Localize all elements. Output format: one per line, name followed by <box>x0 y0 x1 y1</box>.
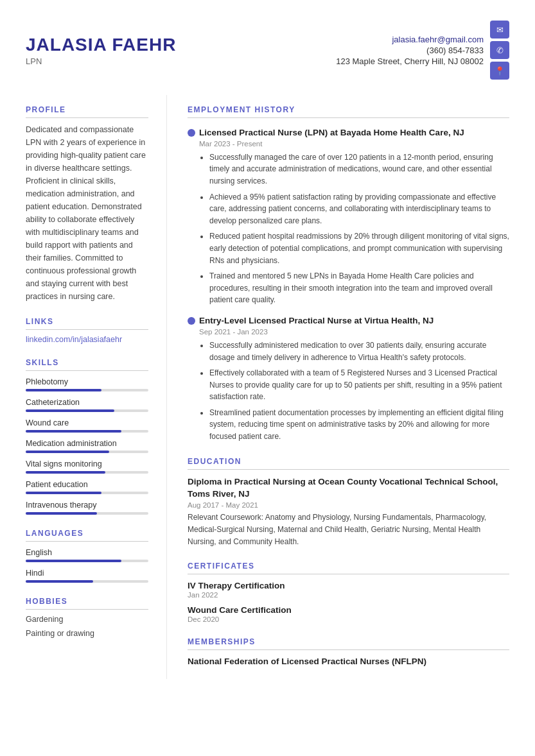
job-dot <box>188 317 195 325</box>
hobbies-section-title: HOBBIES <box>26 597 148 610</box>
education-entry: Diploma in Practical Nursing at Ocean Co… <box>188 476 509 548</box>
skill-name: Patient education <box>26 480 148 489</box>
certificates-section-title: CERTIFICATES <box>188 562 509 574</box>
employment-section-title: EMPLOYMENT HISTORY <box>188 105 509 118</box>
cert-title: IV Therapy Certification <box>188 581 509 590</box>
email-icon: ✉ <box>490 21 509 39</box>
skills-list: Phlebotomy Catheterization Wound care Me… <box>26 377 148 515</box>
bullet-item: Trained and mentored 5 new LPNs in Bayad… <box>209 270 509 306</box>
skill-bar-fill <box>26 492 101 494</box>
edu-title: Diploma in Practical Nursing at Ocean Co… <box>188 476 509 501</box>
bullet-item: Effectively collaborated with a team of … <box>209 367 509 403</box>
skill-bar-background <box>26 451 148 453</box>
languages-section-title: LANGUAGES <box>26 529 148 542</box>
skill-name: Intravenous therapy <box>26 501 148 510</box>
linkedin-link[interactable]: linkedin.com/in/jalasiafaehr <box>26 335 148 344</box>
memberships-section-title: MEMBERSHIPS <box>188 637 509 650</box>
skill-name: Phlebotomy <box>26 377 148 386</box>
language-item: Hindi <box>26 569 148 583</box>
skill-item: Catheterization <box>26 398 148 412</box>
language-name: Hindi <box>26 569 148 578</box>
language-bar-fill <box>26 580 93 583</box>
main-content: PROFILE Dedicated and compassionate LPN … <box>0 95 535 705</box>
cert-title: Wound Care Certification <box>188 605 509 615</box>
cert-date: Jan 2022 <box>188 591 509 599</box>
cert-date: Dec 2020 <box>188 615 509 623</box>
right-column: EMPLOYMENT HISTORY Licensed Practical Nu… <box>167 95 535 679</box>
candidate-name: JALASIA FAEHR <box>26 35 176 55</box>
hobbies-list: GardeningPainting or drawing <box>26 615 148 638</box>
job-date: Sep 2021 - Jan 2023 <box>199 328 509 336</box>
job-entry: Entry-Level Licensed Practical Nurse at … <box>188 315 509 443</box>
education-list: Diploma in Practical Nursing at Ocean Co… <box>188 476 509 548</box>
header: JALASIA FAEHR LPN jalasia.faehr@gmail.co… <box>0 0 535 95</box>
member-title: National Federation of Licensed Practica… <box>188 657 509 666</box>
languages-list: English Hindi <box>26 548 148 583</box>
skill-item: Intravenous therapy <box>26 501 148 515</box>
skill-bar-background <box>26 492 148 494</box>
skills-section-title: SKILLS <box>26 358 148 371</box>
skill-bar-fill <box>26 471 105 474</box>
language-name: English <box>26 548 148 557</box>
skill-name: Wound care <box>26 418 148 427</box>
candidate-title: LPN <box>26 56 176 66</box>
hobby-item: Gardening <box>26 615 148 624</box>
skill-bar-fill <box>26 389 101 391</box>
language-bar-fill <box>26 560 121 562</box>
links-section: linkedin.com/in/jalasiafaehr <box>26 335 148 344</box>
phone-number: (360) 854-7833 <box>336 46 484 55</box>
email-link[interactable]: jalasia.faehr@gmail.com <box>392 35 484 44</box>
employment-list: Licensed Practical Nurse (LPN) at Bayada… <box>188 127 509 443</box>
skill-bar-background <box>26 409 148 412</box>
job-entry: Licensed Practical Nurse (LPN) at Bayada… <box>188 127 509 306</box>
edu-date: Aug 2017 - May 2021 <box>188 501 509 509</box>
bullet-item: Successfully administered medication to … <box>209 339 509 363</box>
header-right: jalasia.faehr@gmail.com (360) 854-7833 1… <box>336 21 509 80</box>
skill-bar-background <box>26 389 148 391</box>
hobby-item: Painting or drawing <box>26 629 148 638</box>
skill-name: Vital signs monitoring <box>26 460 148 468</box>
certificate-entry: IV Therapy Certification Jan 2022 <box>188 581 509 599</box>
contact-icons: ✉ ✆ 📍 <box>490 21 509 80</box>
job-title: Entry-Level Licensed Practical Nurse at … <box>199 315 509 327</box>
profile-section-title: PROFILE <box>26 105 148 118</box>
bullet-item: Streamlined patient documentation proces… <box>209 407 509 443</box>
left-column: PROFILE Dedicated and compassionate LPN … <box>0 95 167 679</box>
links-section-title: LINKS <box>26 317 148 330</box>
location-icon: 📍 <box>490 62 509 80</box>
education-section-title: EDUCATION <box>188 457 509 470</box>
skill-bar-background <box>26 471 148 474</box>
bullet-item: Achieved a 95% patient satisfaction rati… <box>209 191 509 227</box>
language-bar-background <box>26 580 148 583</box>
bullet-item: Successfully managed the care of over 12… <box>209 151 509 187</box>
skill-bar-fill <box>26 512 97 515</box>
job-bullets: Successfully administered medication to … <box>199 339 509 443</box>
membership-entry: National Federation of Licensed Practica… <box>188 657 509 666</box>
job-title: Licensed Practical Nurse (LPN) at Bayada… <box>199 127 509 139</box>
skill-item: Medication administration <box>26 439 148 453</box>
skill-item: Patient education <box>26 480 148 494</box>
memberships-list: National Federation of Licensed Practica… <box>188 657 509 666</box>
skill-name: Catheterization <box>26 398 148 407</box>
language-bar-background <box>26 560 148 562</box>
bullet-item: Reduced patient hospital readmissions by… <box>209 230 509 266</box>
skill-name: Medication administration <box>26 439 148 448</box>
job-date: Mar 2023 - Present <box>199 140 509 148</box>
address: 123 Maple Street, Cherry Hill, NJ 08002 <box>336 56 484 66</box>
job-dot <box>188 129 195 137</box>
skill-item: Wound care <box>26 418 148 433</box>
skill-item: Vital signs monitoring <box>26 460 148 474</box>
skill-bar-fill <box>26 451 109 453</box>
edu-text: Relevant Coursework: Anatomy and Physiol… <box>188 511 509 547</box>
certificates-list: IV Therapy Certification Jan 2022 Wound … <box>188 581 509 623</box>
skill-bar-background <box>26 512 148 515</box>
skill-bar-background <box>26 430 148 433</box>
skill-bar-fill <box>26 409 114 412</box>
certificate-entry: Wound Care Certification Dec 2020 <box>188 605 509 623</box>
skill-item: Phlebotomy <box>26 377 148 391</box>
skill-bar-fill <box>26 430 121 433</box>
phone-icon: ✆ <box>490 41 509 59</box>
language-item: English <box>26 548 148 562</box>
header-left: JALASIA FAEHR LPN <box>26 35 176 66</box>
contact-info: jalasia.faehr@gmail.com (360) 854-7833 1… <box>336 35 484 66</box>
